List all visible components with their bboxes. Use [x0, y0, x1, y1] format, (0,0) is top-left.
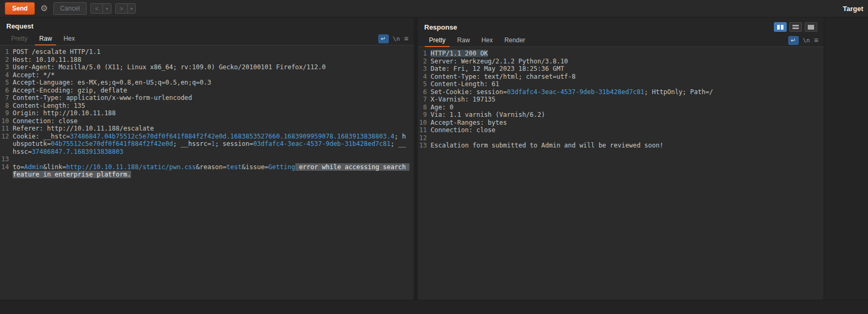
- code-line[interactable]: 11Referer: http://10.10.11.188/escalate: [1, 125, 409, 133]
- request-tabbar: PrettyRawHex ↵ \n ≡: [0, 32, 414, 45]
- wrap-lines-toggle-icon[interactable]: ↵: [788, 36, 799, 45]
- next-request-button[interactable]: > ▾: [115, 3, 136, 14]
- code-line[interactable]: 12Cookie: __hstc=37486847.04b75512c5e70d…: [1, 133, 409, 156]
- code-line[interactable]: 1POST /escalate HTTP/1.1: [1, 48, 409, 56]
- editor-menu-icon[interactable]: ≡: [814, 36, 818, 44]
- code-line[interactable]: 5Accept-Language: es-MX,es;q=0.8,en-US;q…: [1, 79, 409, 87]
- response-editor[interactable]: 1HTTP/1.1 200 OK2Server: Werkzeug/2.1.2 …: [418, 47, 824, 300]
- code-line[interactable]: 3User-Agent: Mozilla/5.0 (X11; Linux x86…: [1, 63, 409, 71]
- code-line[interactable]: 6Set-Cookie: session=03dfafc4-3eac-4537-…: [419, 88, 819, 96]
- panel-divider[interactable]: [414, 17, 418, 300]
- line-number: 12: [1, 133, 13, 156]
- top-toolbar: Send ⚙ Cancel < ▾ > ▾ Target: [0, 0, 868, 17]
- tab-hex[interactable]: Hex: [58, 32, 80, 45]
- single-view-layout-button[interactable]: [805, 22, 817, 32]
- response-tabs: PrettyRawHexRender: [423, 34, 531, 47]
- tab-pretty[interactable]: Pretty: [5, 32, 33, 45]
- line-number: 9: [1, 109, 13, 117]
- code-line[interactable]: 5Content-Length: 61: [419, 80, 819, 88]
- line-number: 2: [1, 56, 13, 64]
- response-editor-icons: ↵ \n ≡: [788, 34, 818, 47]
- line-number: 13: [419, 142, 431, 150]
- code-line[interactable]: 10Accept-Ranges: bytes: [419, 119, 819, 127]
- chevron-down-icon[interactable]: ▾: [127, 4, 135, 13]
- editor-menu-icon[interactable]: ≡: [404, 35, 408, 42]
- line-number: 1: [419, 50, 431, 58]
- line-content: Via: 1.1 varnish (Varnish/6.2): [431, 111, 819, 119]
- request-tabs: PrettyRawHex: [5, 32, 81, 45]
- previous-request-button[interactable]: < ▾: [90, 3, 111, 14]
- line-number: 3: [1, 63, 13, 71]
- line-number: 11: [1, 125, 13, 133]
- send-button[interactable]: Send: [5, 2, 35, 15]
- tab-raw[interactable]: Raw: [451, 34, 475, 47]
- line-content: Set-Cookie: session=03dfafc4-3eac-4537-9…: [431, 88, 819, 96]
- code-line[interactable]: 13Escalation form submitted to Admin and…: [419, 142, 819, 150]
- code-line[interactable]: 2Host: 10.10.11.188: [1, 56, 409, 64]
- line-number: 11: [419, 126, 431, 134]
- code-line[interactable]: 7Content-Type: application/x-www-form-ur…: [1, 94, 409, 102]
- line-number: 1: [1, 48, 13, 56]
- cancel-button[interactable]: Cancel: [53, 2, 87, 15]
- newline-characters-toggle-icon[interactable]: \n: [803, 37, 810, 44]
- line-number: 8: [1, 102, 13, 110]
- split-rows-layout-button[interactable]: [789, 22, 802, 32]
- split-columns-layout-button[interactable]: [774, 22, 787, 32]
- line-content: Accept-Encoding: gzip, deflate: [13, 87, 409, 95]
- code-line[interactable]: 9Via: 1.1 varnish (Varnish/6.2): [419, 111, 819, 119]
- line-number: 8: [419, 104, 431, 112]
- code-line[interactable]: 14to=Admin&link=http://10.10.11.188/stat…: [1, 163, 409, 179]
- gear-icon: ⚙: [40, 4, 48, 13]
- line-content: Cookie: __hstc=37486847.04b75512c5e70df0…: [13, 133, 409, 156]
- line-content: Connection: close: [13, 117, 409, 125]
- target-label: Target: [843, 5, 863, 13]
- request-editor[interactable]: 1POST /escalate HTTP/1.12Host: 10.10.11.…: [0, 45, 414, 300]
- line-content: Accept-Ranges: bytes: [431, 119, 819, 127]
- line-number: 14: [1, 163, 13, 179]
- code-line[interactable]: 4Content-Type: text/html; charset=utf-8: [419, 73, 819, 81]
- request-settings-button[interactable]: ⚙: [39, 4, 49, 13]
- code-line[interactable]: 11Connection: close: [419, 126, 819, 134]
- line-number: 2: [419, 58, 431, 66]
- line-content: to=Admin&link=http://10.10.11.188/static…: [13, 163, 409, 179]
- line-number: 7: [419, 96, 431, 104]
- line-content: Accept-Language: es-MX,es;q=0.8,en-US;q=…: [13, 79, 409, 87]
- request-panel: Request PrettyRawHex ↵ \n ≡ 1POST /escal…: [0, 17, 414, 300]
- line-number: 13: [1, 155, 13, 163]
- request-editor-icons: ↵ \n ≡: [378, 32, 408, 45]
- tab-pretty[interactable]: Pretty: [423, 34, 451, 47]
- previous-arrow-label[interactable]: <: [91, 4, 102, 13]
- code-line[interactable]: 2Server: Werkzeug/2.1.2 Python/3.8.10: [419, 58, 819, 66]
- line-content: Server: Werkzeug/2.1.2 Python/3.8.10: [431, 58, 819, 66]
- newline-characters-toggle-icon[interactable]: \n: [393, 35, 400, 42]
- single-pane-icon: [808, 25, 814, 30]
- wrap-lines-toggle-icon[interactable]: ↵: [378, 34, 389, 43]
- code-line[interactable]: 4Accept: */*: [1, 71, 409, 79]
- tab-raw[interactable]: Raw: [33, 32, 58, 45]
- response-panel: Response PrettyRawHexRender ↵ \n ≡ 1: [418, 17, 824, 300]
- line-content: Accept: */*: [13, 71, 409, 79]
- code-line[interactable]: 12: [419, 134, 819, 142]
- code-line[interactable]: 1HTTP/1.1 200 OK: [419, 50, 819, 58]
- line-content: Escalation form submitted to Admin and w…: [431, 142, 819, 150]
- code-line[interactable]: 8Age: 0: [419, 104, 819, 112]
- code-line[interactable]: 9Origin: http://10.10.11.188: [1, 109, 409, 117]
- columns-icon: [781, 25, 783, 30]
- line-number: 6: [419, 88, 431, 96]
- code-line[interactable]: 10Connection: close: [1, 117, 409, 125]
- code-line[interactable]: 8Content-Length: 135: [1, 102, 409, 110]
- code-line[interactable]: 7X-Varnish: 197135: [419, 96, 819, 104]
- line-content: Content-Type: application/x-www-form-url…: [13, 94, 409, 102]
- tab-render[interactable]: Render: [499, 34, 531, 47]
- line-number: 10: [1, 117, 13, 125]
- line-number: 4: [419, 73, 431, 81]
- code-line[interactable]: 13: [1, 155, 409, 163]
- inspector-collapsed-strip: [824, 17, 868, 300]
- line-number: 5: [419, 80, 431, 88]
- tab-hex[interactable]: Hex: [475, 34, 498, 47]
- code-line[interactable]: 6Accept-Encoding: gzip, deflate: [1, 87, 409, 95]
- line-content: Content-Length: 135: [13, 102, 409, 110]
- chevron-down-icon[interactable]: ▾: [102, 4, 110, 13]
- code-line[interactable]: 3Date: Fri, 12 May 2023 18:25:36 GMT: [419, 65, 819, 73]
- next-arrow-label[interactable]: >: [116, 4, 127, 13]
